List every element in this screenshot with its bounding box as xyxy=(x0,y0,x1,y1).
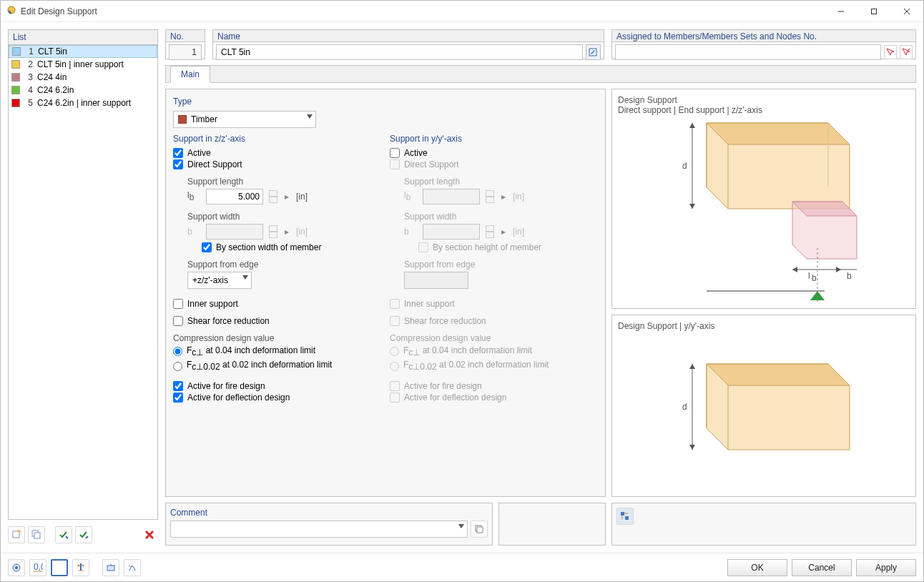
check-exclude-button[interactable] xyxy=(75,526,92,543)
delete-item-button[interactable] xyxy=(141,526,158,543)
ok-button[interactable]: OK xyxy=(727,559,787,576)
type-label: Type xyxy=(173,97,598,107)
help-button[interactable] xyxy=(8,559,25,576)
zz-direct-checkbox[interactable]: Direct Support xyxy=(173,159,381,169)
diagram1-title: Design Support xyxy=(618,95,910,105)
support-zz-group: Support in z/z'-axis Active Direct Suppo… xyxy=(173,134,381,404)
zz-r004-radio[interactable]: Fc⊥ at 0.04 inch deformation limit xyxy=(173,345,381,357)
color-swatch xyxy=(11,73,20,82)
svg-rect-9 xyxy=(34,533,40,538)
yy-support-length-label: Support length xyxy=(404,177,598,187)
zz-active-checkbox[interactable]: Active xyxy=(173,148,381,158)
zz-title: Support in z/z'-axis xyxy=(173,134,381,144)
pick-nodes-button[interactable] xyxy=(900,45,913,59)
svg-marker-27 xyxy=(836,267,841,272)
svg-rect-53 xyxy=(107,566,114,571)
list-item[interactable]: 3 C24 4in xyxy=(9,71,157,84)
design-support-list[interactable]: 1 CLT 5in 2 CLT 5in | inner support 3 C2… xyxy=(9,45,157,519)
svg-marker-40 xyxy=(689,445,695,450)
apply-button[interactable]: Apply xyxy=(856,559,916,576)
maximize-button[interactable] xyxy=(857,1,890,22)
yy-title: Support in y/y'-axis xyxy=(390,134,598,144)
list-item-num: 3 xyxy=(24,72,33,82)
svg-text:d: d xyxy=(682,161,687,171)
new-item-button[interactable] xyxy=(8,526,25,543)
app-icon xyxy=(6,5,16,17)
show-members-button[interactable] xyxy=(72,559,89,576)
edit-name-button[interactable] xyxy=(586,44,601,60)
list-item[interactable]: 5 C24 6.2in | inner support xyxy=(9,97,157,109)
minimize-button[interactable] xyxy=(825,1,857,22)
no-field[interactable] xyxy=(169,44,202,60)
zz-lb-input[interactable]: 5.000 xyxy=(206,189,263,204)
zz-from-edge-dropdown[interactable]: +z/z'-axis xyxy=(187,272,252,289)
svg-line-13 xyxy=(908,49,910,51)
zz-inner-checkbox[interactable]: Inner support xyxy=(173,299,381,309)
svg-rect-3 xyxy=(872,9,877,14)
close-button[interactable] xyxy=(890,1,923,22)
copy-item-button[interactable] xyxy=(28,526,45,543)
list-item[interactable]: 2 CLT 5in | inner support xyxy=(9,58,157,71)
pick-members-button[interactable] xyxy=(884,45,897,59)
script-button[interactable] xyxy=(124,559,141,576)
show-frame-button[interactable] xyxy=(51,559,68,576)
zz-support-width-label: Support width xyxy=(187,212,381,222)
type-value: Timber xyxy=(191,114,217,124)
svg-text:0,00: 0,00 xyxy=(34,563,43,572)
zz-fire-checkbox[interactable]: Active for fire design xyxy=(173,381,381,391)
check-include-button[interactable] xyxy=(55,526,72,543)
yy-support-width-label: Support width xyxy=(404,212,598,222)
comment-panel: Comment xyxy=(165,503,493,546)
yy-active-checkbox[interactable]: Active xyxy=(390,148,598,158)
list-item-num: 5 xyxy=(24,98,33,108)
name-panel: Name xyxy=(212,29,604,59)
view-toggle-button[interactable] xyxy=(616,508,634,525)
zz-lb-row: lb 5.000 ▸ [in] xyxy=(187,189,381,204)
svg-text:b: b xyxy=(847,271,852,281)
spacer-panel xyxy=(498,503,606,546)
list-item-label: CLT 5in | inner support xyxy=(37,59,124,69)
zz-compression-label: Compression design value xyxy=(173,333,381,343)
yy-fire-checkbox: Active for fire design xyxy=(390,381,598,391)
comment-library-button[interactable] xyxy=(471,521,488,538)
zz-lb-spin[interactable] xyxy=(269,190,277,203)
list-item-num: 4 xyxy=(24,85,33,95)
zz-by-section-checkbox[interactable]: By section width of member xyxy=(202,242,381,252)
yy-shear-checkbox: Shear force reduction xyxy=(390,316,598,326)
svg-text:d: d xyxy=(682,402,687,412)
zz-b-input xyxy=(206,224,263,240)
chevron-down-icon xyxy=(242,275,248,280)
list-item-num: 1 xyxy=(25,46,34,56)
cancel-button[interactable]: Cancel xyxy=(792,559,852,576)
units-button[interactable]: 0,00 xyxy=(29,559,46,576)
list-item[interactable]: 1 CLT 5in xyxy=(9,45,157,58)
comment-dropdown[interactable] xyxy=(170,521,468,538)
zz-deflection-checkbox[interactable]: Active for deflection design xyxy=(173,393,381,403)
window-title: Edit Design Support xyxy=(21,6,97,16)
list-item-num: 2 xyxy=(24,59,33,69)
list-item-label: CLT 5in xyxy=(38,46,67,56)
svg-marker-22 xyxy=(689,123,695,128)
zz-shear-checkbox[interactable]: Shear force reduction xyxy=(173,316,381,326)
yy-deflection-checkbox: Active for deflection design xyxy=(390,393,598,403)
chevron-down-icon xyxy=(458,524,464,528)
zz-r002-radio[interactable]: Fc⊥0.02 at 0.02 inch deformation limit xyxy=(173,360,381,372)
yy-r004-radio: Fc⊥ at 0.04 inch deformation limit xyxy=(390,345,598,357)
calculate-button[interactable] xyxy=(102,559,119,576)
assigned-panel: Assigned to Members/Members Sets and Nod… xyxy=(611,29,916,59)
tab-main[interactable]: Main xyxy=(170,66,210,83)
list-item[interactable]: 4 C24 6.2in xyxy=(9,84,157,97)
svg-marker-39 xyxy=(689,364,695,369)
assigned-field[interactable] xyxy=(615,44,881,60)
yy-inner-checkbox: Inner support xyxy=(390,299,598,309)
type-dropdown[interactable]: Timber xyxy=(173,111,316,128)
svg-text:b: b xyxy=(812,273,817,283)
svg-rect-44 xyxy=(621,512,624,516)
tab-bar: Main xyxy=(165,65,916,83)
name-field[interactable] xyxy=(216,44,583,60)
zz-lb-reset[interactable]: ▸ xyxy=(282,192,292,202)
yy-compression-label: Compression design value xyxy=(390,333,598,343)
zz-support-length-label: Support length xyxy=(187,177,381,187)
yy-lb-input xyxy=(423,189,480,204)
color-swatch xyxy=(12,47,21,56)
